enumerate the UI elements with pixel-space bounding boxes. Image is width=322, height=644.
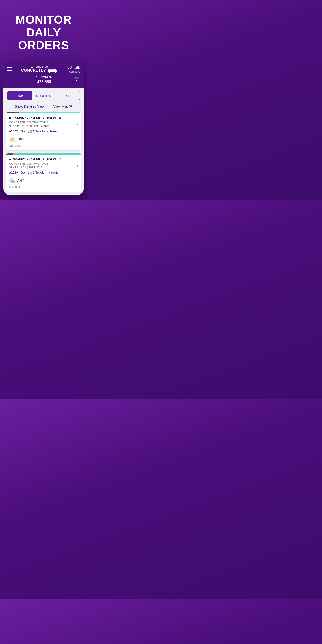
order-1-weather: ⛅ 89° [9, 136, 78, 144]
order-card-1[interactable]: # 1234567 - PROJECT NAME A CONCRETE CONT… [6, 112, 81, 150]
map-icon: 🗺 [69, 104, 72, 108]
order-2-title: # 7654321 - PROJECT NAME B [9, 157, 61, 161]
view-map-label: View Map [54, 104, 68, 108]
order-2-cloud-icon: 🌥 [9, 177, 16, 185]
order-2-contractor: CONCRETE CONTRACTOR B [9, 162, 61, 165]
order-2-details: 99 / 99 | 8:00 | 98A112V3 [9, 166, 61, 169]
weather-temperature: 88° [67, 65, 73, 70]
tabs-container: Today Upcoming Past [3, 88, 84, 102]
status-bar-cyan [20, 112, 81, 113]
order-1-status: #1027 | Go | 🚛 6 Trucks in transit [9, 129, 61, 134]
order-2-weather: 🌥 84° [9, 177, 78, 185]
order-1-chevron[interactable]: › [77, 122, 78, 127]
orders-volume: 476/550 [14, 80, 74, 84]
order-card-2-status-bar [6, 153, 81, 154]
separator-2: | [26, 130, 26, 133]
order-1-cloud-icon: ⛅ [9, 136, 17, 144]
order-1-ticket: #1027 [9, 130, 18, 133]
order-1-title: # 1234567 - PROJECT NAME A [9, 116, 61, 120]
weather-display: 88° ☁️ San Jose [67, 65, 80, 73]
order-2-temp: 84° [17, 178, 24, 184]
truck-icon-2: 🚛 [28, 170, 32, 175]
hero-section: MONITOR DAILY ORDERS [0, 0, 87, 61]
logo-line2: CONCRETE? [21, 68, 46, 73]
order-card-1-status-bar [6, 112, 81, 113]
show-detailed-view-button[interactable]: Show Detailed View [15, 104, 44, 108]
order-2-ticket: #1029 [9, 170, 18, 174]
weather-city: San Jose [69, 70, 80, 73]
order-1-contractor: CONCRETE CONTRACTOR A [9, 121, 61, 124]
logo-line1: WHERE'S MY [21, 65, 58, 68]
app-logo: WHERE'S MY CONCRETE? [21, 65, 58, 73]
tab-past[interactable]: Past [56, 91, 80, 100]
svg-rect-3 [54, 70, 57, 72]
status-bar-dark [6, 112, 15, 113]
orders-list: # 1234567 - PROJECT NAME A CONCRETE CONT… [3, 111, 84, 195]
order-2-go[interactable]: Go [20, 170, 25, 174]
phone-mockup: WHERE'S MY CONCRETE? [3, 61, 84, 195]
app-header: WHERE'S MY CONCRETE? [3, 61, 84, 88]
order-1-go[interactable]: Go [20, 130, 25, 133]
order-card-2[interactable]: # 7654321 - PROJECT NAME B CONCRETE CONT… [6, 153, 81, 192]
separator-4: | [26, 170, 26, 174]
hamburger-menu-button[interactable] [7, 67, 12, 71]
tab-today[interactable]: Today [7, 91, 32, 100]
separator-3: | [19, 170, 20, 174]
filter-button[interactable] [74, 76, 80, 83]
weather-cloud-icon: ☁️ [75, 65, 80, 70]
truck-icon-1: 🚛 [28, 129, 32, 134]
status-bar-dark2 [6, 153, 13, 154]
svg-marker-4 [54, 69, 57, 70]
status-bar-cyan2 [13, 153, 81, 154]
truck-logo-icon [47, 68, 58, 73]
orders-summary: 5 Orders 476/550 [14, 75, 74, 84]
order-1-trucks: 6 Trucks in transit [33, 130, 60, 133]
order-2-trucks: 1 Truck in transit [33, 170, 58, 174]
actions-row: Show Detailed View View Map 🗺 [3, 102, 84, 111]
order-2-chevron[interactable]: › [77, 164, 78, 168]
status-bar-purple [15, 112, 20, 113]
order-2-status: #1029 | Go | 🚛 1 Truck in transit [9, 170, 61, 175]
tab-upcoming[interactable]: Upcoming [32, 91, 56, 100]
hero-title: MONITOR DAILY ORDERS [9, 14, 78, 52]
order-2-location: Oakland [9, 185, 78, 188]
order-1-location: San Jose [9, 144, 78, 147]
separator-1: | [19, 130, 20, 133]
view-map-button[interactable]: View Map 🗺 [54, 104, 73, 108]
order-1-details: 357 / 430.5 | 7:00 | H30ZG9P2 [9, 124, 61, 128]
order-1-temp: 89° [19, 137, 26, 142]
svg-rect-2 [48, 69, 54, 72]
orders-count: 5 Orders [14, 75, 74, 80]
